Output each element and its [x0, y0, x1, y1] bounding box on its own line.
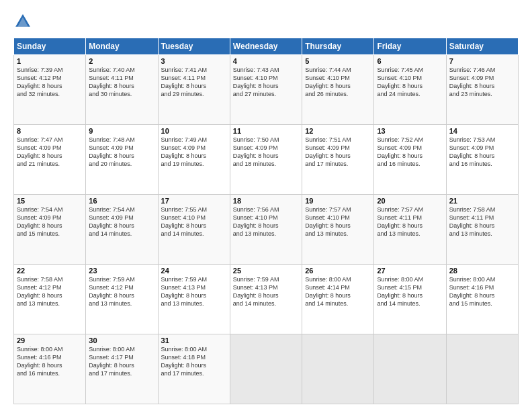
cell-info: Sunrise: 7:44 AMSunset: 4:10 PMDaylight:…	[305, 66, 371, 99]
cell-info: Sunrise: 8:00 AMSunset: 4:16 PMDaylight:…	[17, 345, 83, 378]
day-cell: 28Sunrise: 8:00 AMSunset: 4:16 PMDayligh…	[446, 265, 518, 334]
weekday-wednesday: Wednesday	[230, 38, 302, 55]
week-row-5: 29Sunrise: 8:00 AMSunset: 4:16 PMDayligh…	[14, 334, 519, 404]
week-row-2: 8Sunrise: 7:47 AMSunset: 4:09 PMDaylight…	[14, 125, 519, 195]
day-cell	[374, 334, 446, 404]
day-cell	[446, 334, 518, 404]
week-row-4: 22Sunrise: 7:58 AMSunset: 4:12 PMDayligh…	[14, 265, 519, 334]
day-number: 23	[89, 267, 154, 275]
day-number: 19	[305, 197, 371, 205]
day-cell: 1Sunrise: 7:39 AMSunset: 4:12 PMDaylight…	[14, 55, 86, 125]
cell-info: Sunrise: 7:57 AMSunset: 4:10 PMDaylight:…	[305, 205, 371, 238]
weekday-tuesday: Tuesday	[158, 38, 230, 55]
day-cell: 20Sunrise: 7:57 AMSunset: 4:11 PMDayligh…	[374, 195, 446, 265]
day-cell: 11Sunrise: 7:50 AMSunset: 4:09 PMDayligh…	[230, 125, 302, 195]
weekday-thursday: Thursday	[302, 38, 374, 55]
weekday-friday: Friday	[374, 38, 446, 55]
day-number: 15	[17, 197, 83, 205]
cell-info: Sunrise: 7:40 AMSunset: 4:11 PMDaylight:…	[89, 66, 154, 99]
day-number: 22	[17, 267, 83, 275]
day-cell: 29Sunrise: 8:00 AMSunset: 4:16 PMDayligh…	[14, 334, 86, 404]
calendar-table: SundayMondayTuesdayWednesdayThursdayFrid…	[13, 38, 519, 404]
day-cell	[302, 334, 374, 404]
logo-icon	[13, 12, 32, 31]
day-number: 1	[17, 57, 83, 65]
cell-info: Sunrise: 7:59 AMSunset: 4:12 PMDaylight:…	[89, 275, 154, 308]
day-number: 29	[17, 336, 83, 345]
calendar-header: SundayMondayTuesdayWednesdayThursdayFrid…	[14, 38, 519, 55]
day-cell: 5Sunrise: 7:44 AMSunset: 4:10 PMDaylight…	[302, 55, 374, 125]
day-number: 18	[233, 197, 299, 205]
cell-info: Sunrise: 7:51 AMSunset: 4:09 PMDaylight:…	[305, 136, 371, 169]
cell-info: Sunrise: 7:52 AMSunset: 4:09 PMDaylight:…	[377, 136, 443, 169]
day-cell: 31Sunrise: 8:00 AMSunset: 4:18 PMDayligh…	[158, 334, 230, 404]
day-number: 31	[161, 336, 227, 345]
day-cell: 26Sunrise: 8:00 AMSunset: 4:14 PMDayligh…	[302, 265, 374, 334]
cell-info: Sunrise: 7:39 AMSunset: 4:12 PMDaylight:…	[17, 66, 83, 99]
cell-info: Sunrise: 7:59 AMSunset: 4:13 PMDaylight:…	[233, 275, 299, 308]
cell-info: Sunrise: 7:58 AMSunset: 4:12 PMDaylight:…	[17, 275, 83, 308]
day-cell: 23Sunrise: 7:59 AMSunset: 4:12 PMDayligh…	[86, 265, 158, 334]
cell-info: Sunrise: 7:53 AMSunset: 4:09 PMDaylight:…	[449, 136, 515, 169]
day-number: 13	[377, 127, 443, 135]
cell-info: Sunrise: 8:00 AMSunset: 4:17 PMDaylight:…	[89, 345, 154, 378]
day-number: 25	[233, 267, 299, 275]
day-number: 9	[89, 127, 154, 135]
day-number: 7	[449, 57, 515, 65]
cell-info: Sunrise: 7:59 AMSunset: 4:13 PMDaylight:…	[161, 275, 227, 308]
cell-info: Sunrise: 7:45 AMSunset: 4:10 PMDaylight:…	[377, 66, 443, 99]
weekday-row: SundayMondayTuesdayWednesdayThursdayFrid…	[14, 38, 519, 55]
weekday-sunday: Sunday	[14, 38, 86, 55]
cell-info: Sunrise: 7:58 AMSunset: 4:11 PMDaylight:…	[449, 205, 515, 238]
day-number: 16	[89, 197, 154, 205]
logo	[13, 12, 35, 31]
cell-info: Sunrise: 7:56 AMSunset: 4:10 PMDaylight:…	[233, 205, 299, 238]
cell-info: Sunrise: 7:43 AMSunset: 4:10 PMDaylight:…	[233, 66, 299, 99]
day-cell: 12Sunrise: 7:51 AMSunset: 4:09 PMDayligh…	[302, 125, 374, 195]
day-cell: 27Sunrise: 8:00 AMSunset: 4:15 PMDayligh…	[374, 265, 446, 334]
week-row-3: 15Sunrise: 7:54 AMSunset: 4:09 PMDayligh…	[14, 195, 519, 265]
calendar-body: 1Sunrise: 7:39 AMSunset: 4:12 PMDaylight…	[14, 55, 519, 404]
day-cell: 13Sunrise: 7:52 AMSunset: 4:09 PMDayligh…	[374, 125, 446, 195]
day-cell: 18Sunrise: 7:56 AMSunset: 4:10 PMDayligh…	[230, 195, 302, 265]
cell-info: Sunrise: 8:00 AMSunset: 4:16 PMDaylight:…	[449, 275, 515, 308]
cell-info: Sunrise: 7:46 AMSunset: 4:09 PMDaylight:…	[449, 66, 515, 99]
day-number: 17	[161, 197, 227, 205]
day-cell: 16Sunrise: 7:54 AMSunset: 4:09 PMDayligh…	[86, 195, 158, 265]
day-cell: 3Sunrise: 7:41 AMSunset: 4:11 PMDaylight…	[158, 55, 230, 125]
day-number: 30	[89, 336, 154, 345]
day-cell	[230, 334, 302, 404]
day-cell: 25Sunrise: 7:59 AMSunset: 4:13 PMDayligh…	[230, 265, 302, 334]
day-cell: 14Sunrise: 7:53 AMSunset: 4:09 PMDayligh…	[446, 125, 518, 195]
day-cell: 8Sunrise: 7:47 AMSunset: 4:09 PMDaylight…	[14, 125, 86, 195]
day-number: 6	[377, 57, 443, 65]
day-number: 27	[377, 267, 443, 275]
day-number: 24	[161, 267, 227, 275]
cell-info: Sunrise: 7:57 AMSunset: 4:11 PMDaylight:…	[377, 205, 443, 238]
cell-info: Sunrise: 7:47 AMSunset: 4:09 PMDaylight:…	[17, 136, 83, 169]
day-cell: 4Sunrise: 7:43 AMSunset: 4:10 PMDaylight…	[230, 55, 302, 125]
page: SundayMondayTuesdayWednesdayThursdayFrid…	[0, 0, 532, 411]
day-number: 21	[449, 197, 515, 205]
day-cell: 22Sunrise: 7:58 AMSunset: 4:12 PMDayligh…	[14, 265, 86, 334]
day-number: 28	[449, 267, 515, 275]
day-number: 26	[305, 267, 371, 275]
cell-info: Sunrise: 7:55 AMSunset: 4:10 PMDaylight:…	[161, 205, 227, 238]
day-number: 12	[305, 127, 371, 135]
cell-info: Sunrise: 7:54 AMSunset: 4:09 PMDaylight:…	[89, 205, 154, 238]
day-number: 10	[161, 127, 227, 135]
cell-info: Sunrise: 8:00 AMSunset: 4:18 PMDaylight:…	[161, 345, 227, 378]
day-number: 20	[377, 197, 443, 205]
day-cell: 2Sunrise: 7:40 AMSunset: 4:11 PMDaylight…	[86, 55, 158, 125]
cell-info: Sunrise: 7:48 AMSunset: 4:09 PMDaylight:…	[89, 136, 154, 169]
cell-info: Sunrise: 7:49 AMSunset: 4:09 PMDaylight:…	[161, 136, 227, 169]
day-number: 14	[449, 127, 515, 135]
day-number: 2	[89, 57, 154, 65]
day-cell: 21Sunrise: 7:58 AMSunset: 4:11 PMDayligh…	[446, 195, 518, 265]
day-cell: 17Sunrise: 7:55 AMSunset: 4:10 PMDayligh…	[158, 195, 230, 265]
day-cell: 24Sunrise: 7:59 AMSunset: 4:13 PMDayligh…	[158, 265, 230, 334]
day-cell: 6Sunrise: 7:45 AMSunset: 4:10 PMDaylight…	[374, 55, 446, 125]
day-number: 11	[233, 127, 299, 135]
cell-info: Sunrise: 7:54 AMSunset: 4:09 PMDaylight:…	[17, 205, 83, 238]
day-number: 3	[161, 57, 227, 65]
